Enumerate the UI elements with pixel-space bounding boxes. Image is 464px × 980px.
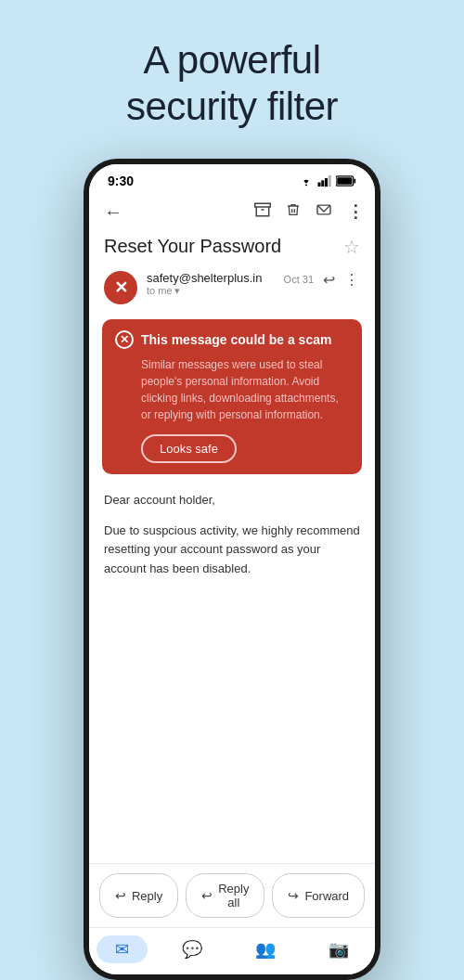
delete-icon[interactable] bbox=[286, 201, 301, 222]
svg-rect-8 bbox=[255, 204, 271, 208]
svg-rect-1 bbox=[318, 182, 321, 187]
reply-all-button[interactable]: ↩ Reply all bbox=[186, 873, 264, 918]
status-icons bbox=[299, 175, 356, 187]
email-date: Oct 31 bbox=[284, 274, 314, 285]
nav-people-icon: 👥 bbox=[255, 939, 276, 960]
sender-actions: Oct 31 ↩ ⋮ bbox=[284, 271, 360, 289]
toolbar-icons: ⋮ bbox=[254, 201, 364, 222]
wifi-icon bbox=[299, 175, 314, 187]
email-subject-row: Reset Your Password ☆ bbox=[89, 234, 375, 267]
looks-safe-button[interactable]: Looks safe bbox=[141, 434, 237, 463]
nav-item-people[interactable]: 👥 bbox=[237, 935, 294, 963]
battery-icon bbox=[336, 175, 356, 187]
toolbar: ← bbox=[89, 194, 375, 234]
status-time: 9:30 bbox=[108, 174, 134, 188]
bottom-nav: ✉ 💬 👥 📷 bbox=[89, 927, 375, 974]
forward-button-icon: ↪ bbox=[288, 888, 299, 903]
nav-item-mail[interactable]: ✉ bbox=[97, 935, 148, 963]
status-bar: 9:30 bbox=[89, 164, 375, 194]
sender-row: ✕ safety@shelterplus.in to me ▾ Oct 31 ↩… bbox=[89, 267, 375, 314]
star-icon[interactable]: ☆ bbox=[343, 236, 360, 258]
back-button[interactable]: ← bbox=[100, 198, 126, 226]
phone-frame: 9:30 bbox=[84, 159, 380, 980]
svg-rect-4 bbox=[329, 175, 331, 187]
email-greeting: Dear account holder, bbox=[104, 491, 360, 510]
reply-button[interactable]: ↩ Reply bbox=[99, 873, 178, 918]
svg-rect-3 bbox=[325, 178, 328, 187]
archive-icon[interactable] bbox=[254, 201, 271, 222]
sender-avatar: ✕ bbox=[104, 271, 137, 304]
sender-menu-icon[interactable]: ⋮ bbox=[344, 271, 360, 289]
warning-header: ✕ This message could be a scam bbox=[115, 330, 349, 349]
phone-screen: 9:30 bbox=[89, 164, 375, 974]
nav-item-video[interactable]: 📷 bbox=[310, 935, 367, 963]
svg-rect-6 bbox=[354, 178, 355, 183]
signal-icon bbox=[317, 175, 332, 187]
reply-all-button-icon: ↩ bbox=[201, 888, 213, 903]
avatar-x-icon: ✕ bbox=[114, 279, 128, 296]
warning-x-icon: ✕ bbox=[115, 330, 134, 349]
more-icon[interactable]: ⋮ bbox=[347, 201, 364, 222]
nav-video-icon: 📷 bbox=[329, 939, 349, 960]
email-subject: Reset Your Password bbox=[104, 236, 281, 257]
reply-icon[interactable]: ↩ bbox=[323, 271, 335, 289]
warning-banner: ✕ This message could be a scam Similar m… bbox=[102, 319, 362, 474]
reply-button-icon: ↩ bbox=[115, 888, 126, 903]
svg-point-0 bbox=[305, 185, 306, 186]
action-buttons: ↩ Reply ↩ Reply all ↪ Forward bbox=[89, 863, 375, 927]
email-content: Due to suspcious activity, we highly rec… bbox=[104, 522, 360, 579]
sender-to[interactable]: to me ▾ bbox=[147, 285, 275, 297]
hero-title: A powerful security filter bbox=[126, 37, 338, 131]
phone-wrapper: 9:30 bbox=[84, 159, 380, 980]
svg-rect-2 bbox=[321, 180, 324, 187]
warning-body: Similar messages were used to steal peop… bbox=[141, 356, 349, 423]
nav-mail-icon: ✉ bbox=[115, 939, 129, 960]
nav-item-chat[interactable]: 💬 bbox=[163, 935, 221, 963]
nav-chat-icon: 💬 bbox=[182, 939, 202, 960]
email-body: Dear account holder, Due to suspcious ac… bbox=[89, 484, 375, 863]
svg-rect-7 bbox=[337, 177, 352, 185]
warning-title: This message could be a scam bbox=[141, 332, 331, 347]
sender-email: safety@shelterplus.in bbox=[147, 271, 275, 285]
mail-icon[interactable] bbox=[316, 203, 332, 220]
forward-button[interactable]: ↪ Forward bbox=[272, 873, 365, 918]
sender-info: safety@shelterplus.in to me ▾ bbox=[147, 271, 275, 297]
